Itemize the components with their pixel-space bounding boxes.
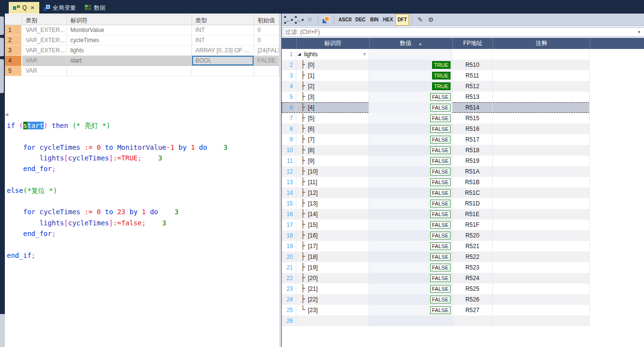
comment-cell[interactable]: [493, 60, 590, 70]
value-badge[interactable]: FALSE: [430, 221, 451, 229]
var-cell[interactable]: MonitorValue: [67, 25, 192, 35]
watch-row[interactable]: 4├[2]TRUER512: [282, 81, 590, 92]
value-badge[interactable]: FALSE: [430, 285, 451, 293]
watch-value-cell[interactable]: FALSE: [369, 294, 452, 305]
st-code-editor[interactable]: if (start) then (* 亮灯 *) for cycleTimes …: [5, 116, 279, 347]
layers-button[interactable]: [321, 15, 331, 25]
watch-identifier-cell[interactable]: [296, 315, 369, 326]
var-cell[interactable]: VAR: [22, 66, 67, 76]
watch-row[interactable]: 23├[21]FALSER525: [282, 284, 590, 294]
value-badge[interactable]: FALSE: [430, 274, 451, 282]
value-badge[interactable]: FALSE: [430, 232, 451, 239]
watch-row[interactable]: 19├[17]FALSER521: [282, 241, 590, 252]
watch-row[interactable]: 26: [282, 315, 590, 326]
var-cell[interactable]: VAR_EXTER...: [22, 35, 67, 46]
dec-button[interactable]: DEC: [354, 15, 367, 25]
var-table-row[interactable]: 3VAR_EXTER...lightsARRAY [0..23] OF ...[…: [5, 46, 279, 56]
comment-cell[interactable]: [493, 241, 590, 252]
var-cell[interactable]: VAR_EXTER...: [22, 25, 67, 35]
var-cell[interactable]: [67, 66, 192, 76]
var-cell[interactable]: BOOL: [192, 56, 254, 66]
watch-identifier-cell[interactable]: ├[12]: [296, 188, 369, 198]
var-column-header[interactable]: 初始值: [254, 15, 279, 25]
var-cell[interactable]: 0: [254, 25, 279, 35]
var-cell[interactable]: cycleTimes: [67, 35, 192, 46]
comment-cell[interactable]: [493, 70, 590, 81]
comment-cell[interactable]: [493, 134, 590, 145]
watch-row[interactable]: 14├[12]FALSER51C: [282, 188, 590, 198]
watch-row[interactable]: 24├[22]FALSER526: [282, 294, 590, 305]
comment-cell[interactable]: [493, 294, 590, 305]
var-cell[interactable]: VAR: [22, 56, 67, 66]
close-icon[interactable]: ✕: [30, 5, 34, 11]
watch-value-cell[interactable]: FALSE: [369, 273, 452, 284]
edit-button[interactable]: ✎: [415, 15, 425, 25]
filter-input[interactable]: [283, 27, 644, 37]
comment-cell[interactable]: [493, 220, 590, 230]
var-cell[interactable]: [24(FALS: [254, 46, 279, 56]
var-cell[interactable]: 3: [5, 46, 22, 56]
watch-value-cell[interactable]: TRUE: [369, 70, 452, 81]
watch-value-cell[interactable]: FALSE: [369, 284, 452, 294]
watch-identifier-cell[interactable]: ├[14]: [296, 209, 369, 220]
value-badge[interactable]: FALSE: [430, 200, 451, 207]
value-badge[interactable]: FALSE: [430, 104, 451, 111]
tab-data[interactable]: 数据: [80, 2, 110, 14]
watch-row[interactable]: 1◢lights▾: [282, 49, 590, 60]
var-cell[interactable]: VAR_EXTER...: [22, 46, 67, 56]
comment-cell[interactable]: [493, 262, 590, 273]
value-badge[interactable]: FALSE: [430, 168, 451, 175]
value-badge[interactable]: FALSE: [430, 178, 451, 186]
watch-identifier-cell[interactable]: ├[0]: [296, 60, 369, 70]
comment-cell[interactable]: [493, 252, 590, 262]
comment-cell[interactable]: [493, 145, 590, 156]
watch-identifier-cell[interactable]: ├[8]: [296, 145, 369, 156]
value-badge[interactable]: FALSE: [430, 93, 451, 101]
watch-identifier-cell[interactable]: ├[22]: [296, 294, 369, 305]
watch-value-cell[interactable]: FALSE: [369, 305, 452, 315]
settings-button[interactable]: ⚙: [426, 15, 435, 25]
comment-cell[interactable]: [493, 230, 590, 241]
var-cell[interactable]: start: [67, 56, 192, 66]
comment-cell[interactable]: [493, 273, 590, 284]
watch-value-cell[interactable]: FALSE: [369, 198, 452, 209]
value-badge[interactable]: FALSE: [430, 296, 451, 303]
watch-identifier-cell[interactable]: ├[9]: [296, 156, 369, 166]
var-column-header[interactable]: 标识符: [67, 15, 192, 25]
watch-column-header[interactable]: 注释: [493, 38, 590, 49]
var-table-row[interactable]: 2VAR_EXTER...cycleTimesINT0: [5, 35, 279, 46]
value-badge[interactable]: FALSE: [430, 157, 451, 165]
watch-row[interactable]: 3├[1]TRUER511: [282, 70, 590, 81]
comment-cell[interactable]: [493, 315, 590, 326]
watch-value-cell[interactable]: FALSE: [369, 241, 452, 252]
var-cell[interactable]: INT: [192, 35, 254, 46]
watch-row[interactable]: 8├[6]FALSER516: [282, 124, 590, 134]
value-badge[interactable]: FALSE: [430, 136, 451, 143]
watch-value-cell[interactable]: FALSE: [369, 92, 452, 102]
comment-cell[interactable]: [493, 209, 590, 220]
watch-value-cell[interactable]: [369, 49, 452, 60]
comment-cell[interactable]: [493, 81, 590, 92]
var-table-row[interactable]: 5VAR: [5, 66, 279, 76]
watch-identifier-cell[interactable]: ├[7]: [296, 134, 369, 145]
value-badge[interactable]: TRUE: [432, 72, 451, 79]
var-cell[interactable]: INT: [192, 25, 254, 35]
comment-cell[interactable]: [493, 102, 590, 113]
watch-row[interactable]: 6├[4]FALSER514: [282, 102, 590, 113]
delete-button[interactable]: ✕: [305, 15, 315, 25]
watch-row[interactable]: 22├[20]FALSER524: [282, 273, 590, 284]
docked-panel-stub[interactable]: [0, 16, 4, 35]
watch-value-cell[interactable]: FALSE: [369, 188, 452, 198]
comment-cell[interactable]: [493, 113, 590, 124]
dft-button[interactable]: DFT: [395, 14, 409, 26]
watch-identifier-cell[interactable]: ◢lights▾: [296, 49, 369, 60]
watch-row[interactable]: 7├[5]FALSER515: [282, 113, 590, 124]
expand-icon[interactable]: ◢: [298, 49, 301, 60]
watch-identifier-cell[interactable]: ├[1]: [296, 70, 369, 81]
watch-identifier-cell[interactable]: ├[3]: [296, 92, 369, 102]
watch-value-cell[interactable]: [369, 315, 452, 326]
left-scrollbar[interactable]: [0, 314, 5, 347]
watch-identifier-cell[interactable]: ├[16]: [296, 230, 369, 241]
var-cell[interactable]: ARRAY [0..23] OF ...: [192, 46, 254, 56]
comment-cell[interactable]: [493, 177, 590, 188]
